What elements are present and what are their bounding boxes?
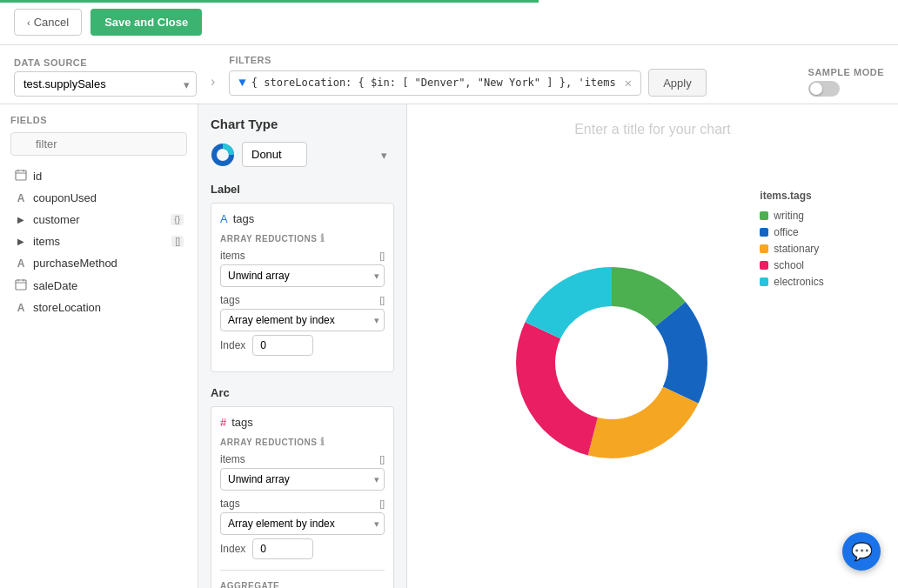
datasource-input[interactable] (14, 71, 197, 97)
fields-list: idAcouponUsed▶customer{}▶items[]Apurchas… (10, 164, 187, 318)
field-name: storeLocation (33, 301, 184, 314)
legend-dot (760, 244, 768, 253)
field-item-items[interactable]: ▶items[] (10, 231, 187, 252)
label-index-label: Index (220, 339, 245, 351)
filter-input-wrapper[interactable]: ▼ { storeLocation: { $in: [ "Denver", "N… (229, 70, 641, 96)
field-name: items (33, 235, 166, 248)
arc-index-input[interactable] (252, 538, 313, 559)
field-name: customer (33, 213, 165, 226)
fields-title: FIELDS (10, 115, 187, 125)
legend-label: school (774, 259, 804, 271)
legend-item-electronics: electronics (760, 276, 823, 288)
arc-items-reduction-select-wrapper: Unwind array Array element by index Filt… (220, 468, 385, 491)
sample-mode-section: Sample Mode (808, 67, 884, 97)
field-item-couponUsed[interactable]: AcouponUsed (10, 187, 187, 209)
save-close-label: Save and Close (104, 16, 188, 29)
legend-item-school: school (760, 259, 823, 271)
arc-field-box: # tags ARRAY REDUCTIONS ℹ items [] Unwin… (211, 406, 394, 588)
arc-index-row: Index (220, 538, 385, 559)
label-tags-reduction-select-wrapper: Unwind array Array element by index Filt… (220, 309, 385, 331)
field-name: purchaseMethod (33, 257, 184, 270)
legend-dot (760, 277, 768, 286)
label-field-icon: A (220, 212, 228, 225)
label-items-reduction-select[interactable]: Unwind array Array element by index Filt… (220, 264, 385, 287)
datasource-wrapper (14, 71, 197, 97)
filter-clear-icon[interactable]: ✕ (625, 76, 632, 90)
info-icon-label[interactable]: ℹ (320, 232, 325, 244)
string-icon: A (14, 257, 28, 270)
date-icon (14, 278, 28, 292)
arc-field-icon: # (220, 416, 226, 429)
field-item-storeLocation[interactable]: AstoreLocation (10, 297, 187, 318)
top-bar: ‹ Cancel Save and Close (0, 0, 898, 45)
label-items-reduction-row: items [] Unwind array Array element by i… (220, 250, 385, 287)
aggregate-label: AGGREGATE (220, 581, 385, 588)
field-item-customer[interactable]: ▶customer{} (10, 209, 187, 231)
field-name: saleDate (33, 279, 184, 292)
chart-type-select[interactable]: Donut (242, 142, 307, 167)
sample-mode-toggle[interactable] (808, 81, 840, 97)
chat-button[interactable]: 💬 (842, 532, 881, 571)
info-icon-arc[interactable]: ℹ (320, 436, 325, 448)
arc-section-title: Arc (211, 386, 394, 399)
cancel-button[interactable]: ‹ Cancel (14, 9, 82, 36)
arc-tags-reduction-label: tags [] (220, 498, 385, 510)
chart-panel: Enter a title for your chart items.tags … (407, 104, 898, 588)
chat-icon: 💬 (851, 541, 873, 562)
field-item-purchaseMethod[interactable]: ApurchaseMethod (10, 252, 187, 274)
legend-item-office: office (760, 226, 823, 238)
search-input[interactable] (10, 132, 187, 156)
sample-mode-label: Sample Mode (808, 67, 884, 77)
legend-label: office (774, 226, 798, 238)
sample-mode-toggle-wrapper (808, 81, 884, 97)
save-close-button[interactable]: Save and Close (90, 9, 202, 36)
label-tags-reduction-row: tags [] Unwind array Array element by in… (220, 294, 385, 356)
section-divider (220, 570, 385, 571)
svg-rect-4 (16, 280, 26, 290)
legend-label: stationary (774, 243, 819, 255)
chart-legend: items.tags writingofficestationaryschool… (760, 190, 823, 288)
arrow-right-icon: › (211, 74, 215, 97)
arc-tags-reduction-select[interactable]: Unwind array Array element by index Filt… (220, 512, 385, 535)
arc-items-reduction-row: items [] Unwind array Array element by i… (220, 453, 385, 491)
sub-bar: Data Source › Filters ▼ { storeLocation:… (0, 45, 898, 104)
legend-dot (760, 228, 768, 237)
apply-label: Apply (663, 77, 692, 90)
legend-item-writing: writing (760, 210, 823, 222)
chart-title-hint: Enter a title for your chart (574, 122, 731, 137)
chevron-left-icon: ‹ (27, 17, 30, 28)
chart-type-wrapper: Donut (242, 142, 394, 167)
filters-label: Filters (229, 55, 794, 65)
legend-label: electronics (774, 276, 823, 288)
datasource-label: Data Source (14, 57, 197, 68)
arc-tags-reduction-select-wrapper: Unwind array Array element by index Filt… (220, 512, 385, 535)
arc-items-reduction-label: items [] (220, 453, 385, 465)
legend-title: items.tags (760, 190, 823, 202)
donut-chart-svg (481, 232, 742, 493)
label-field-header: A tags (220, 212, 385, 225)
label-index-input[interactable] (252, 335, 313, 356)
field-name: id (33, 170, 184, 183)
string-icon: A (14, 192, 28, 204)
arc-array-reductions-label: ARRAY REDUCTIONS ℹ (220, 436, 385, 448)
donut-chart-icon (211, 143, 235, 167)
arc-items-reduction-select[interactable]: Unwind array Array element by index Filt… (220, 468, 385, 491)
legend-label: writing (774, 210, 804, 222)
donut-segment-electronics (526, 267, 613, 338)
donut-segment-school (516, 322, 598, 455)
arc-index-label: Index (220, 543, 245, 555)
label-items-reduction-label: items [] (220, 250, 385, 262)
expand-icon: ▶ (14, 237, 28, 246)
apply-button[interactable]: Apply (648, 69, 707, 97)
label-tags-reduction-label: tags [] (220, 294, 385, 306)
label-tags-reduction-select[interactable]: Unwind array Array element by index Filt… (220, 309, 385, 331)
legend-dot (760, 261, 768, 270)
field-badge: {} (171, 214, 184, 225)
field-item-id[interactable]: id (10, 164, 187, 187)
field-item-saleDate[interactable]: saleDate (10, 274, 187, 297)
main-layout: FIELDS idAcouponUsed▶customer{}▶items[]A… (0, 104, 898, 588)
chart-area: items.tags writingofficestationaryschool… (425, 155, 881, 571)
cancel-label: Cancel (34, 16, 69, 29)
svg-rect-0 (16, 170, 26, 180)
expand-icon: ▶ (14, 215, 28, 224)
